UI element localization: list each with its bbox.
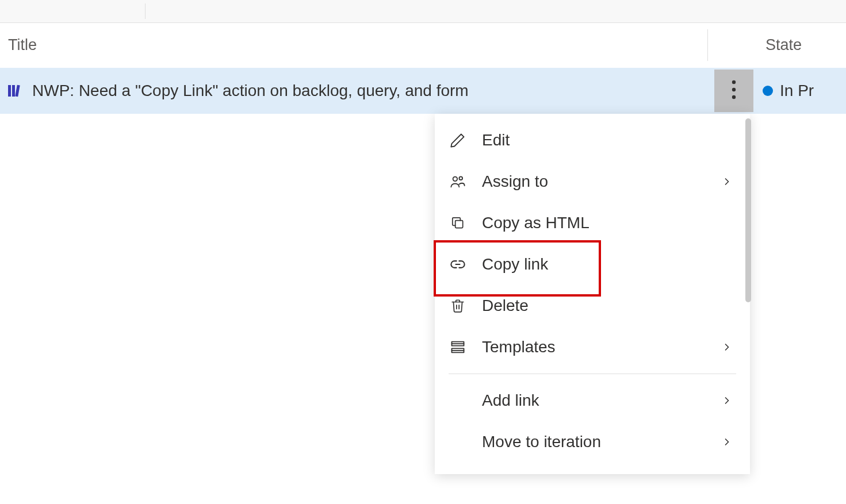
chevron-right-icon bbox=[721, 436, 733, 448]
menu-label-assign-to: Assign to bbox=[482, 172, 721, 191]
work-item-state-cell: In Pr bbox=[763, 68, 814, 114]
menu-label-templates: Templates bbox=[482, 338, 721, 356]
work-item-row[interactable]: NWP: Need a "Copy Link" action on backlo… bbox=[0, 68, 846, 114]
svg-point-4 bbox=[459, 176, 462, 180]
chevron-right-icon bbox=[721, 395, 733, 406]
menu-label-copy-html: Copy as HTML bbox=[482, 214, 733, 232]
menu-label-move-iteration: Move to iteration bbox=[482, 433, 721, 451]
menu-item-delete[interactable]: Delete bbox=[435, 285, 750, 326]
menu-divider bbox=[449, 374, 736, 374]
pencil-icon bbox=[449, 131, 467, 149]
copy-icon bbox=[449, 214, 467, 232]
menu-item-templates[interactable]: Templates bbox=[435, 326, 750, 368]
people-icon bbox=[449, 172, 467, 191]
menu-label-delete: Delete bbox=[482, 297, 733, 315]
work-item-title-text: NWP: Need a "Copy Link" action on backlo… bbox=[32, 82, 469, 100]
column-header-title[interactable]: Title bbox=[0, 36, 707, 54]
svg-point-1 bbox=[732, 88, 736, 91]
state-dot-icon bbox=[763, 86, 773, 96]
menu-label-copy-link: Copy link bbox=[482, 255, 733, 274]
trash-icon bbox=[449, 297, 467, 315]
more-actions-button[interactable] bbox=[714, 70, 753, 112]
svg-point-2 bbox=[732, 95, 736, 99]
templates-icon bbox=[449, 338, 467, 356]
menu-label-add-link: Add link bbox=[482, 391, 721, 410]
work-item-title-cell: NWP: Need a "Copy Link" action on backlo… bbox=[0, 82, 707, 100]
column-header-state[interactable]: State bbox=[719, 36, 846, 54]
svg-point-0 bbox=[732, 80, 736, 84]
work-item-state-text: In Pr bbox=[780, 82, 814, 100]
kebab-icon bbox=[732, 80, 736, 102]
column-header-row: Title State bbox=[0, 23, 846, 68]
svg-point-3 bbox=[453, 177, 457, 181]
menu-label-edit: Edit bbox=[482, 131, 733, 149]
book-icon bbox=[7, 83, 25, 98]
menu-item-edit[interactable]: Edit bbox=[435, 120, 750, 161]
menu-item-add-link[interactable]: Add link bbox=[435, 380, 750, 421]
column-divider bbox=[707, 29, 708, 61]
menu-item-copy-link[interactable]: Copy link bbox=[435, 244, 750, 285]
chevron-right-icon bbox=[721, 341, 733, 353]
menu-item-assign-to[interactable]: Assign to bbox=[435, 161, 750, 202]
menu-item-move-iteration[interactable]: Move to iteration bbox=[435, 421, 750, 463]
top-bar bbox=[0, 0, 846, 23]
svg-rect-5 bbox=[455, 221, 463, 228]
chevron-right-icon bbox=[721, 176, 733, 187]
link-icon bbox=[449, 255, 467, 274]
context-menu: Edit Assign to Copy as HTML bbox=[435, 114, 750, 474]
menu-item-copy-html[interactable]: Copy as HTML bbox=[435, 202, 750, 244]
